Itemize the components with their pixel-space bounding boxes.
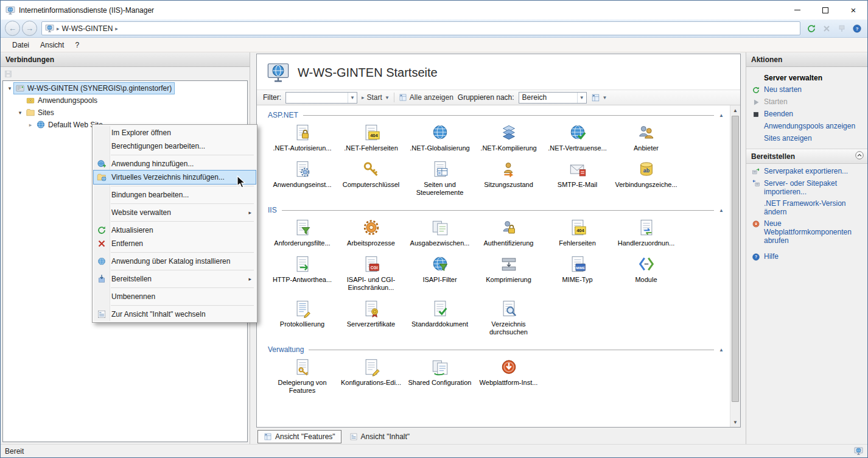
tree-expander-icon[interactable]: ▸ (26, 122, 35, 128)
chevron-down-icon[interactable]: ▼ (348, 93, 357, 103)
menubar-item[interactable]: ? (69, 38, 85, 52)
feature-item[interactable]: SMTP-E-Mail (543, 160, 612, 197)
save-connection-icon[interactable] (4, 69, 13, 79)
feature-item[interactable]: .NET-Vertrauense... (543, 124, 612, 152)
collapse-section-icon[interactable]: ▲ (719, 347, 724, 353)
context-menu-item[interactable]: Zur Ansicht "Inhalt" wechseln (94, 308, 256, 321)
tree-item[interactable]: ▾Sites (3, 107, 247, 119)
collapse-group-icon[interactable] (855, 151, 864, 161)
feature-item[interactable]: Standarddokument (405, 300, 474, 336)
feature-item[interactable]: Webplattform-Inst... (474, 358, 543, 395)
context-menu-item[interactable]: Bereitstellen▸ (94, 272, 256, 286)
tree-item-body[interactable]: W-WS-GINTEN (SYNERGIS\p.gintenstorfer) (14, 83, 174, 94)
feature-item[interactable]: Konfigurations-Edi... (337, 358, 405, 395)
minimize-button[interactable] (783, 1, 811, 19)
feature-item[interactable]: Anbieter (612, 124, 681, 152)
tree-item[interactable]: Anwendungspools (3, 94, 247, 107)
tree-expander-icon[interactable]: ▾ (5, 85, 14, 91)
scroll-down-icon[interactable]: ▼ (730, 417, 740, 427)
refresh-button[interactable] (805, 23, 817, 35)
help-button[interactable]: ? (851, 23, 863, 35)
collapse-section-icon[interactable]: ▲ (719, 113, 724, 118)
context-menu-item[interactable]: Anwendung über Katalog installieren (94, 255, 256, 268)
context-menu-item[interactable]: Website verwalten▸ (94, 206, 256, 219)
tree-item[interactable]: ▾W-WS-GINTEN (SYNERGIS\p.gintenstorfer) (3, 82, 247, 94)
feature-item[interactable]: Computerschlüssel (337, 160, 405, 197)
feature-item[interactable]: Verzeichnis durchsuchen (474, 300, 543, 336)
mail-icon (569, 160, 587, 178)
action-item[interactable]: Neue Webplattformkomponenten abrufen (751, 219, 864, 245)
action-item[interactable]: Sites anzeigen (751, 134, 864, 143)
view-selector-button[interactable]: ▼ (591, 93, 607, 102)
feature-item[interactable]: Seiten und Steuerelemente (405, 160, 474, 197)
breadcrumb[interactable]: W-WS-GINTEN (62, 24, 113, 33)
context-menu-item[interactable]: Entfernen (94, 237, 256, 250)
feature-item[interactable]: Ausgabezwischen... (405, 219, 474, 247)
feature-item[interactable]: Handlerzuordnun... (612, 219, 681, 247)
feature-item[interactable]: .NET-Kompilierung (474, 124, 543, 152)
menu-separator (111, 252, 254, 253)
action-item[interactable]: ?Hilfe (751, 252, 864, 261)
context-menu-item[interactable]: Berechtigungen bearbeiten... (94, 139, 256, 153)
feature-item[interactable]: Authentifizierung (474, 219, 543, 247)
tree-expander-icon[interactable]: ▾ (16, 110, 24, 116)
feature-grid: Anforderungsfilte...ArbeitsprozesseAusga… (268, 216, 689, 341)
tree-item-body[interactable]: Sites (24, 107, 57, 118)
menubar-item[interactable]: Datei (7, 38, 35, 52)
feature-item[interactable]: Komprimierung (474, 255, 543, 292)
feature-item[interactable]: Arbeitsprozesse (337, 219, 405, 247)
tab-content-view[interactable]: Ansicht "Inhalt" (343, 430, 416, 443)
deploy-icon (94, 274, 109, 284)
feature-item[interactable]: 404Fehlerseiten (543, 219, 612, 247)
filter-go-button[interactable]: ▸ Start ▼ (362, 93, 390, 102)
feature-item[interactable]: Serverzertifikate (337, 300, 405, 336)
menubar-item[interactable]: Ansicht (35, 38, 69, 52)
context-menu-item[interactable]: Virtuelles Verzeichnis hinzufügen... (94, 171, 256, 184)
tree-item-body[interactable]: Anwendungspools (24, 95, 100, 106)
collapse-section-icon[interactable]: ▲ (719, 208, 724, 213)
context-menu-item[interactable]: Im Explorer öffnen (94, 126, 256, 139)
feature-item[interactable]: ISAPI-Filter (405, 255, 474, 292)
feature-item[interactable]: Sitzungszustand (474, 160, 543, 197)
actions-group-header[interactable]: Bereitstellen (746, 149, 867, 164)
feature-item[interactable]: Anwendungseinst... (268, 160, 337, 197)
feature-item[interactable]: Delegierung von Features (268, 358, 337, 395)
close-button[interactable]: × (839, 1, 867, 19)
add-virtual-directory-icon (94, 172, 109, 182)
scroll-up-icon[interactable]: ▲ (730, 105, 740, 115)
tab-features-view[interactable]: Ansicht "Features" (257, 430, 341, 443)
action-item[interactable]: Beenden (751, 110, 864, 119)
feature-item[interactable]: .NET-Autorisierun... (268, 124, 337, 152)
show-all-button[interactable]: Alle anzeigen (399, 93, 453, 102)
menubar: DateiAnsicht? (1, 38, 867, 52)
action-item[interactable]: Neu starten (751, 85, 864, 94)
feature-item[interactable]: HTTP-Antworthea... (268, 255, 337, 292)
address-bar[interactable]: ▸ W-WS-GINTEN ▸ (41, 21, 800, 35)
maximize-button[interactable] (811, 1, 839, 19)
back-button[interactable]: ← (5, 21, 20, 36)
feature-item[interactable]: MIMEMIME-Typ (543, 255, 612, 292)
context-menu-item[interactable]: Umbenennen (94, 290, 256, 303)
page-lock-icon (293, 124, 312, 142)
feature-item[interactable]: abVerbindungszeiche... (612, 160, 681, 197)
context-menu-item[interactable]: Aktualisieren (94, 224, 256, 237)
vertical-scrollbar[interactable]: ▲ ▼ (730, 105, 740, 427)
feature-item[interactable]: Anforderungsfilte... (268, 219, 337, 247)
scrollbar-thumb[interactable] (732, 116, 739, 402)
feature-item[interactable]: Module (612, 255, 681, 292)
feature-item[interactable]: Shared Configuration (405, 358, 474, 395)
action-item[interactable]: Serverpaket exportieren... (751, 167, 864, 176)
action-item[interactable]: Anwendungspools anzeigen (751, 122, 864, 131)
context-menu-item[interactable]: Bindungen bearbeiten... (94, 188, 256, 202)
feature-item[interactable]: CGIISAPI- und CGI-Einschränkun... (337, 255, 405, 292)
filter-input[interactable]: ▼ (285, 92, 357, 104)
feature-item[interactable]: .NET-Globalisierung (405, 124, 474, 152)
feature-item-label: Anforderungsfilte... (274, 239, 330, 247)
forward-button[interactable]: → (22, 21, 37, 36)
action-item[interactable]: .NET Framework-Version ändern (751, 199, 864, 216)
group-by-select[interactable]: Bereich ▼ (519, 92, 587, 104)
action-item[interactable]: Server- oder Sitepaket importieren... (751, 179, 864, 196)
feature-item[interactable]: Protokollierung (268, 300, 337, 336)
feature-item[interactable]: 404.NET-Fehlerseiten (337, 124, 405, 152)
context-menu-item[interactable]: Anwendung hinzufügen... (94, 157, 256, 171)
